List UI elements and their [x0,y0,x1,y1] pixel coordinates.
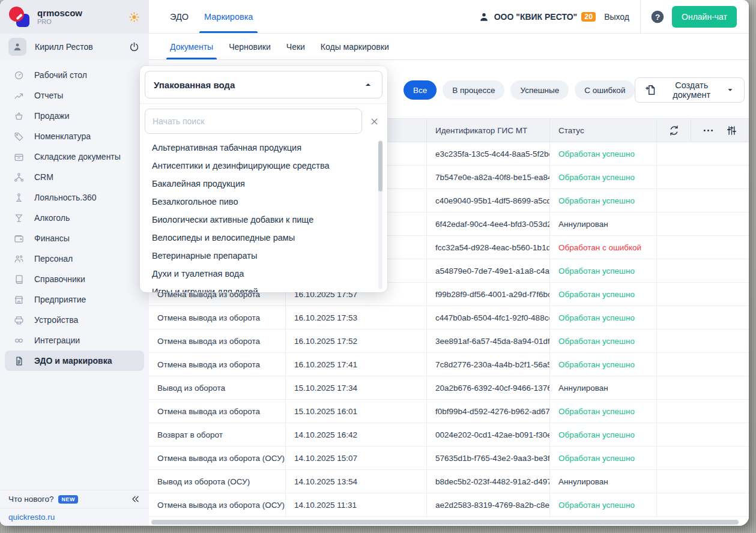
sales-icon [13,110,25,122]
sidebar-item-персонал[interactable]: Персонал [5,248,144,269]
tab-эдо[interactable]: ЭДО [170,0,189,33]
dropdown-option-духи-и-туалетная-вода[interactable]: Духи и туалетная вода [145,265,374,283]
subtab-чеки[interactable]: Чеки [286,34,305,59]
filter-chip-в-процессе[interactable]: В процессе [443,80,504,100]
cell-empty [656,493,749,516]
sliders-icon[interactable] [725,124,738,137]
header-refresh-cell [656,119,691,142]
logout-link[interactable]: Выход [604,12,629,22]
table-row[interactable]: Отмена вывода из оборота15.10.2025 16:01… [149,400,749,423]
org-selector[interactable]: ООО "КВИК РЕСТО" 20 [478,11,596,23]
horizontal-scrollbar-thumb[interactable] [151,520,739,525]
cell-date: 15.10.2025 17:34 [285,376,426,399]
dropdown-search-input[interactable] [145,109,362,134]
cell-gis-id: f0bf99b4-d592-4276-b962-ad67723... [426,400,549,423]
sidebar-item-эдо-и-маркировка[interactable]: ЭДО и маркировка [5,351,144,371]
user-name: Кирилл Рестов [35,42,93,52]
cell-date: 14.10.2025 13:54 [285,470,426,493]
theme-toggle[interactable] [128,11,141,23]
table-row[interactable]: Отмена вывода из оборота16.10.2025 17:53… [149,306,749,330]
cell-status: Аннулирован [549,212,656,235]
dropdown-option-бакалейная-продукция[interactable]: Бакалейная продукция [145,175,374,193]
refresh-icon[interactable] [668,124,680,137]
sidebar-item-label: Персонал [34,254,73,263]
cell-status: Аннулирован [549,470,656,493]
filter-chip-все[interactable]: Все [404,80,437,100]
table-row[interactable]: Отмена вывода из оборота (ОСУ)14.10.2025… [149,447,749,470]
sidebar-item-справочники[interactable]: Справочники [5,269,144,289]
cell-gis-id: 7b547e0e-a82a-40f8-be15-ea84ab9... [426,166,549,188]
collapse-sidebar-button[interactable] [130,494,141,504]
cell-empty [656,470,749,493]
table-row[interactable]: Вывод из оборота15.10.2025 17:3420a2b676… [149,376,749,400]
category-selected-value: Упакованная вода [154,80,235,90]
dots-icon[interactable] [702,124,715,137]
cell-empty [656,423,749,446]
sidebar-item-продажи[interactable]: Продажи [5,106,144,126]
dashboard-icon [13,70,25,81]
online-chat-button[interactable]: Онлайн-чат [672,6,737,28]
logout-power-button[interactable] [128,41,141,53]
dropdown-option-биологически-активные-добавки-к-пище[interactable]: Биологически активные добавки к пище [145,211,374,229]
category-select[interactable]: Упакованная вода [145,71,383,98]
caret-down-icon [725,85,735,95]
sidebar-item-устройства[interactable]: Устройства [5,310,144,330]
sidebar-item-label: Финансы [34,233,70,243]
dropdown-option-альтернативная-табачная-продукция[interactable]: Альтернативная табачная продукция [145,139,374,157]
table-row[interactable]: Отмена вывода из оборота16.10.2025 17:52… [149,330,749,353]
cell-date: 14.10.2025 11:31 [285,493,426,516]
cell-doc-type: Отмена вывода из оборота (ОСУ) [149,493,285,516]
subtab-документы[interactable]: Документы [170,34,213,59]
sidebar-item-предприятие[interactable]: Предприятие [5,289,144,310]
loyalty-icon [13,192,25,203]
whats-new-link[interactable]: Что нового? [8,495,53,504]
site-link[interactable]: quickresto.ru [8,513,55,522]
cell-empty [656,283,749,306]
table-row[interactable]: Вывод из оборота (ОСУ)14.10.2025 13:54b8… [149,470,749,493]
top-tabs: ЭДОМаркировка [170,0,253,33]
filter-chip-с-ошибкой[interactable]: С ошибкой [575,80,635,100]
dropdown-option-ветеринарные-препараты[interactable]: Ветеринарные препараты [145,247,374,265]
dropdown-option-игры-и-игрушки-для-детей[interactable]: Игры и игрушки для детей [145,283,374,292]
cell-status: Обработан успешно [549,447,656,469]
sidebar-item-crm[interactable]: CRM [5,167,144,187]
dropdown-option-безалкогольное-пиво[interactable]: Безалкогольное пиво [145,193,374,211]
caret-up-icon [363,79,373,90]
dropdown-scrollbar-thumb[interactable] [378,141,383,191]
sidebar-item-label: Номенклатура [34,131,91,141]
dropdown-option-велосипеды-и-велосипедные-рамы[interactable]: Велосипеды и велосипедные рамы [145,229,374,247]
cell-doc-type: Отмена вывода из оборота (ОСУ) [149,447,285,469]
chevron-double-left-icon [130,494,141,504]
cell-gis-id: a54879e0-7de7-49e1-a1a8-c4a9ba... [426,259,549,282]
filter-chip-успешные[interactable]: Успешные [510,80,569,100]
doc-plus-icon [644,83,658,97]
sidebar-item-интеграции[interactable]: Интеграции [5,330,144,351]
sidebar-item-label: Рабочий стол [34,70,87,80]
help-button[interactable]: ? [650,10,665,24]
clear-search-button[interactable] [366,113,383,130]
reports-icon [13,90,25,101]
create-document-button[interactable]: Создать документ [635,77,745,103]
close-icon [369,116,380,127]
subtab-коды-маркировки[interactable]: Коды маркировки [321,34,389,59]
dropdown-option-антисептики-и-дезинфицирующие-средства[interactable]: Антисептики и дезинфицирующие средства [145,157,374,175]
sidebar-item-складские-документы[interactable]: Складские документы [5,146,144,167]
sidebar-item-алкоголь[interactable]: Алкоголь [5,208,144,228]
edo-icon [13,355,25,367]
table-row[interactable]: Возврат в оборот14.10.2025 16:420024e202… [149,423,749,447]
tab-маркировка[interactable]: Маркировка [204,0,253,33]
table-row[interactable]: Отмена вывода из оборота16.10.2025 17:41… [149,353,749,376]
sidebar-item-label: Предприятие [34,295,86,304]
user-icon [478,11,490,23]
sidebar-item-рабочий-стол[interactable]: Рабочий стол [5,65,144,85]
cell-gis-id: 57635d1b-f765-43e2-9aa3-be3fca2... [426,447,549,469]
sidebar-item-лояльность.360[interactable]: Лояльность.360 [5,187,144,208]
sidebar-item-отчеты[interactable]: Отчеты [5,85,144,106]
warehouse-icon [13,151,25,163]
dropdown-list: Альтернативная табачная продукцияАнтисеп… [140,139,387,292]
avatar [8,38,26,56]
sidebar-item-номенклатура[interactable]: Номенклатура [5,126,144,146]
sidebar-item-финансы[interactable]: Финансы [5,228,144,248]
subtab-черновики[interactable]: Черновики [229,34,271,59]
table-row[interactable]: Отмена вывода из оборота (ОСУ)14.10.2025… [149,493,749,517]
